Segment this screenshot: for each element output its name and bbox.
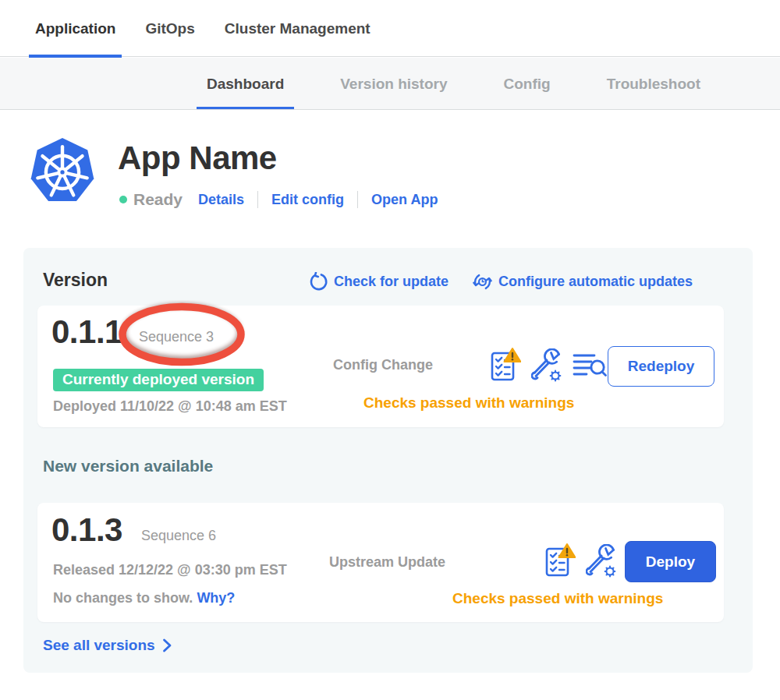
kubernetes-logo — [28, 136, 97, 207]
tab-dashboard[interactable]: Dashboard — [197, 58, 294, 110]
tab-application[interactable]: Application — [29, 0, 122, 57]
deployed-version-actions — [490, 345, 607, 386]
available-version-number: 0.1.3 — [51, 511, 122, 549]
tab-troubleshoot[interactable]: Troubleshoot — [597, 58, 711, 110]
tab-version-history-label: Version history — [340, 76, 447, 93]
divider — [357, 191, 358, 208]
refresh-icon — [309, 272, 328, 292]
deploy-button[interactable]: Deploy — [625, 541, 716, 582]
app-status-row: Ready Details Edit config Open App — [119, 189, 438, 210]
check-for-update-label: Check for update — [334, 274, 448, 290]
available-version-actions — [544, 541, 617, 582]
tab-dashboard-label: Dashboard — [207, 76, 284, 93]
no-changes-text: No changes to show. Why? — [53, 590, 235, 606]
app-title: App Name — [118, 140, 277, 177]
tab-config[interactable]: Config — [494, 58, 561, 110]
configure-automatic-updates-label: Configure automatic updates — [498, 274, 693, 290]
released-timestamp: Released 12/12/22 @ 03:30 pm EST — [53, 562, 287, 578]
details-link[interactable]: Details — [198, 192, 244, 208]
app-status: Ready — [133, 190, 183, 209]
available-checks-status: Checks passed with warnings — [452, 590, 663, 607]
version-card-heading: Version — [43, 270, 108, 291]
status-dot-icon — [119, 196, 127, 203]
preflight-checks-icon[interactable] — [490, 347, 521, 384]
no-changes-label: No changes to show. — [53, 590, 193, 606]
sub-nav: Dashboard Version history Config Trouble… — [0, 58, 780, 110]
top-nav: Application GitOps Cluster Management — [0, 0, 780, 57]
currently-deployed-badge: Currently deployed version — [53, 369, 264, 391]
configure-automatic-updates-button[interactable]: Configure automatic updates — [472, 271, 693, 292]
edit-config-icon[interactable] — [586, 544, 617, 578]
edit-config-link[interactable]: Edit config — [271, 192, 344, 208]
tab-config-label: Config — [504, 76, 551, 93]
deployed-checks-status: Checks passed with warnings — [363, 394, 574, 412]
tab-version-history[interactable]: Version history — [330, 58, 457, 110]
admin-console-page: Application GitOps Cluster Management Da… — [0, 0, 780, 700]
why-link[interactable]: Why? — [197, 590, 235, 606]
tab-cluster-management-label: Cluster Management — [225, 20, 370, 37]
deployed-source-label: Config Change — [333, 357, 433, 373]
chevron-right-icon — [162, 638, 172, 652]
edit-config-icon[interactable] — [531, 348, 562, 383]
tab-application-label: Application — [35, 20, 115, 37]
deployed-version-number: 0.1.1 — [51, 313, 122, 351]
update-actions: Check for update Configure automatic upd… — [309, 271, 693, 292]
divider — [257, 191, 258, 208]
deployed-sequence-label: Sequence 3 — [139, 329, 214, 345]
new-version-heading: New version available — [43, 457, 213, 476]
deployed-timestamp: Deployed 11/10/22 @ 10:48 am EST — [53, 398, 287, 415]
open-app-link[interactable]: Open App — [371, 192, 438, 208]
view-diff-icon[interactable] — [573, 352, 607, 380]
available-source-label: Upstream Update — [329, 554, 445, 571]
redeploy-button[interactable]: Redeploy — [608, 346, 714, 387]
tab-gitops[interactable]: GitOps — [139, 0, 200, 57]
check-for-update-button[interactable]: Check for update — [309, 272, 448, 292]
tab-troubleshoot-label: Troubleshoot — [607, 76, 700, 93]
tab-gitops-label: GitOps — [145, 20, 194, 37]
preflight-checks-icon[interactable] — [544, 543, 576, 580]
tab-cluster-management[interactable]: Cluster Management — [218, 0, 377, 57]
see-all-versions-link[interactable]: See all versions — [43, 637, 172, 654]
auto-update-icon — [472, 271, 493, 292]
available-sequence-label: Sequence 6 — [141, 528, 216, 544]
see-all-versions-label: See all versions — [43, 637, 155, 654]
